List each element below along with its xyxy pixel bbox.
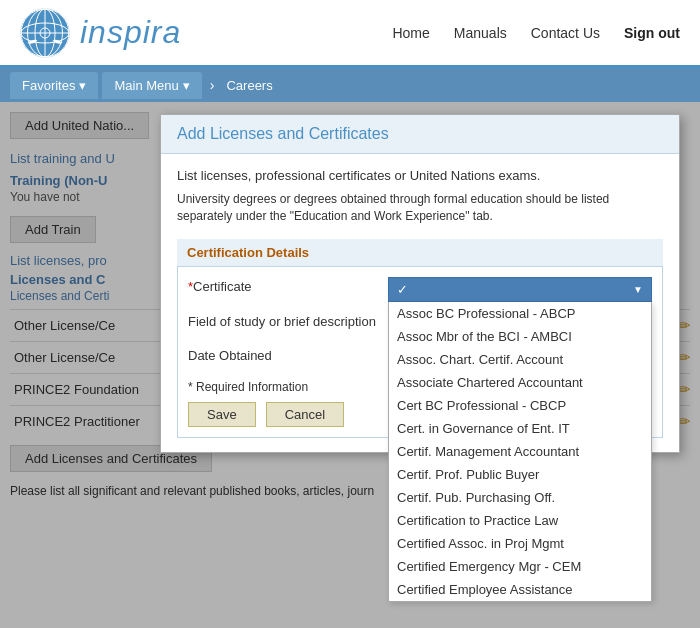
- un-logo: [20, 8, 70, 58]
- header: inspira Home Manuals Contact Us Sign out: [0, 0, 700, 68]
- subnav: Favorites ▾ Main Menu ▾ › Careers: [0, 68, 700, 102]
- modal-note: University degrees or degrees obtained t…: [177, 191, 663, 225]
- list-item[interactable]: Cert BC Professional - CBCP: [389, 394, 651, 417]
- date-obtained-label: Date Obtained: [188, 346, 388, 363]
- subnav-separator: ›: [206, 77, 219, 93]
- list-item[interactable]: Assoc. Chart. Certif. Account: [389, 348, 651, 371]
- checkmark-icon: ✓: [397, 282, 408, 297]
- list-item[interactable]: Certification to Practice Law: [389, 509, 651, 532]
- cancel-button[interactable]: Cancel: [266, 402, 344, 427]
- favorites-label: Favorites: [22, 78, 75, 93]
- list-item[interactable]: Certified Financial Manager: [389, 601, 651, 602]
- logo-area: inspira: [20, 8, 181, 58]
- list-item[interactable]: Assoc BC Professional - ABCP: [389, 302, 651, 325]
- modal-description: List licenses, professional certificates…: [177, 168, 663, 183]
- cert-details-header: Certification Details: [177, 239, 663, 267]
- certificate-control: ✓ ▼ Assoc BC Professional - ABCP Assoc M…: [388, 277, 652, 302]
- main-menu[interactable]: Main Menu ▾: [102, 72, 201, 99]
- app-name: inspira: [80, 14, 181, 51]
- list-item[interactable]: Assoc Mbr of the BCI - AMBCI: [389, 325, 651, 348]
- home-link[interactable]: Home: [392, 25, 429, 41]
- certificate-dropdown[interactable]: ✓ ▼ Assoc BC Professional - ABCP Assoc M…: [388, 277, 652, 302]
- modal-body: List licenses, professional certificates…: [161, 154, 679, 452]
- main-menu-label: Main Menu: [114, 78, 178, 93]
- manuals-link[interactable]: Manuals: [454, 25, 507, 41]
- cert-details-body: *Certificate ✓ ▼ Assoc BC Professional -…: [177, 267, 663, 438]
- main-content: Add United Natio... List training and U …: [0, 102, 700, 628]
- modal-title: Add Licenses and Certificates: [161, 115, 679, 154]
- add-licenses-modal: Add Licenses and Certificates List licen…: [160, 114, 680, 453]
- dropdown-list[interactable]: Assoc BC Professional - ABCP Assoc Mbr o…: [388, 302, 652, 602]
- save-button[interactable]: Save: [188, 402, 256, 427]
- list-item[interactable]: Associate Chartered Accountant: [389, 371, 651, 394]
- list-item[interactable]: Certif. Pub. Purchasing Off.: [389, 486, 651, 509]
- favorites-arrow: ▾: [79, 78, 86, 93]
- favorites-menu[interactable]: Favorites ▾: [10, 72, 98, 99]
- list-item[interactable]: Cert. in Governance of Ent. IT: [389, 417, 651, 440]
- sign-out-link[interactable]: Sign out: [624, 25, 680, 41]
- contact-us-link[interactable]: Contact Us: [531, 25, 600, 41]
- list-item[interactable]: Certified Emergency Mgr - CEM: [389, 555, 651, 578]
- dropdown-selected[interactable]: ✓ ▼: [388, 277, 652, 302]
- required-star: *: [188, 279, 193, 294]
- header-nav: Home Manuals Contact Us Sign out: [392, 25, 680, 41]
- list-item[interactable]: Certified Employee Assistance: [389, 578, 651, 601]
- field-of-study-label: Field of study or brief description: [188, 312, 388, 329]
- list-item[interactable]: Certified Assoc. in Proj Mgmt: [389, 532, 651, 555]
- main-menu-arrow: ▾: [183, 78, 190, 93]
- careers-label: Careers: [222, 72, 276, 99]
- dropdown-arrow: ▼: [633, 284, 643, 295]
- certificate-label: *Certificate: [188, 277, 388, 294]
- certificate-row: *Certificate ✓ ▼ Assoc BC Professional -…: [188, 277, 652, 302]
- list-item[interactable]: Certif. Prof. Public Buyer: [389, 463, 651, 486]
- list-item[interactable]: Certif. Management Accountant: [389, 440, 651, 463]
